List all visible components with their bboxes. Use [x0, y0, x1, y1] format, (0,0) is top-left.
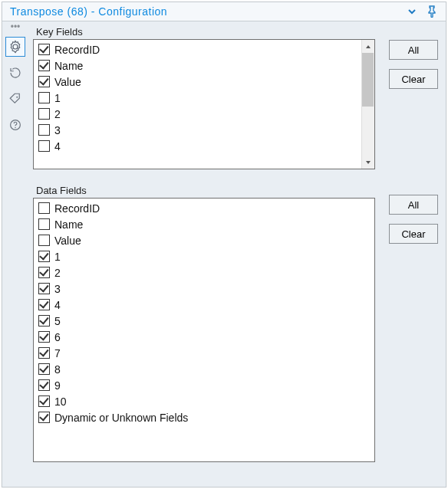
datafields-item-label: 10: [54, 395, 67, 408]
scroll-down-icon[interactable]: [362, 156, 374, 169]
titlebar-actions: [406, 5, 438, 18]
keyfields-checkbox[interactable]: [38, 92, 50, 103]
panel-title: Transpose (68) - Configuration: [10, 5, 167, 18]
datafields-row[interactable]: 8: [35, 361, 373, 377]
datafields-item-label: 2: [54, 267, 61, 279]
datafields-row[interactable]: 6: [35, 329, 373, 345]
datafields-row[interactable]: 9: [35, 377, 373, 393]
left-rail: •••: [2, 21, 28, 484]
keyfields-all-button[interactable]: All: [389, 40, 438, 60]
svg-point-0: [16, 97, 18, 98]
datafields-checkbox[interactable]: [38, 267, 50, 278]
datafields-item-label: 1: [54, 251, 61, 263]
datafields-checkbox[interactable]: [38, 331, 50, 343]
keyfields-checkbox[interactable]: [38, 108, 50, 120]
datafields-item-label: 6: [54, 331, 61, 343]
keyfields-row[interactable]: Value: [35, 74, 373, 90]
datafields-checkbox[interactable]: [38, 412, 50, 423]
keyfields-row[interactable]: 3: [35, 122, 373, 138]
more-dots-icon[interactable]: •••: [11, 25, 21, 31]
keyfields-checkbox[interactable]: [38, 140, 50, 152]
datafields-item-label: RecordID: [54, 202, 100, 215]
datafields-item-label: 5: [54, 315, 61, 327]
datafields-checkbox[interactable]: [38, 363, 50, 375]
datafields-row[interactable]: 10: [35, 393, 373, 409]
datafields-row[interactable]: Name: [35, 216, 373, 232]
keyfields-label: Key Fields: [36, 26, 375, 38]
tag-icon[interactable]: [5, 89, 25, 109]
keyfields-listbox[interactable]: RecordIDNameValue1234: [33, 39, 375, 169]
datafields-checkbox[interactable]: [38, 202, 50, 214]
keyfields-checkbox[interactable]: [38, 76, 50, 87]
datafields-checkbox[interactable]: [38, 395, 50, 407]
keyfields-row[interactable]: 4: [35, 138, 373, 154]
datafields-all-button[interactable]: All: [389, 195, 438, 215]
keyfields-row[interactable]: Name: [35, 57, 373, 74]
datafields-checkbox[interactable]: [38, 299, 50, 310]
datafields-item-label: Name: [54, 218, 83, 231]
pin-icon[interactable]: [426, 5, 438, 18]
buttons-column: All Clear All Clear: [383, 26, 443, 480]
svg-point-2: [15, 127, 16, 129]
keyfields-item-label: Value: [54, 76, 81, 88]
keyfields-item-label: RecordID: [54, 44, 100, 56]
panel-body: ••• Key Fields RecordIDNameValue1234: [2, 21, 446, 484]
datafields-row[interactable]: RecordID: [35, 200, 373, 216]
keyfields-item-label: 2: [54, 108, 61, 120]
datafields-checkbox[interactable]: [38, 315, 50, 327]
datafields-row[interactable]: 2: [35, 264, 373, 281]
datafields-checkbox[interactable]: [38, 347, 50, 359]
titlebar: Transpose (68) - Configuration: [2, 2, 446, 21]
keyfields-row[interactable]: RecordID: [35, 41, 373, 57]
gear-icon[interactable]: [5, 37, 25, 57]
keyfields-item-label: Name: [54, 60, 83, 72]
datafields-item-label: 4: [54, 299, 61, 311]
keyfields-row[interactable]: 2: [35, 106, 373, 122]
datafields-listbox[interactable]: RecordIDNameValue12345678910Dynamic or U…: [33, 198, 375, 462]
datafields-label: Data Fields: [36, 185, 375, 196]
keyfields-checkbox[interactable]: [38, 44, 50, 55]
datafields-row[interactable]: 5: [35, 313, 373, 329]
lists-column: Key Fields RecordIDNameValue1234 Dat: [33, 26, 375, 480]
refresh-icon[interactable]: [5, 63, 25, 83]
datafields-item-label: 8: [54, 363, 61, 376]
datafields-item-label: 7: [54, 347, 61, 359]
datafields-checkbox[interactable]: [38, 235, 50, 246]
datafields-row[interactable]: 1: [35, 248, 373, 264]
datafields-row[interactable]: 4: [35, 297, 373, 313]
keyfields-row[interactable]: 1: [35, 90, 373, 106]
main-area: Key Fields RecordIDNameValue1234 Dat: [28, 21, 446, 484]
scroll-up-icon[interactable]: [362, 40, 374, 53]
datafields-checkbox[interactable]: [38, 251, 50, 262]
keyfields-item-label: 1: [54, 92, 61, 104]
datafields-item-label: 3: [54, 283, 61, 295]
keyfields-checkbox[interactable]: [38, 60, 50, 71]
datafields-item-label: 9: [54, 379, 61, 392]
config-panel: Transpose (68) - Configuration •••: [2, 2, 446, 487]
datafields-clear-button[interactable]: Clear: [389, 224, 438, 244]
help-icon[interactable]: [5, 115, 25, 135]
datafields-checkbox[interactable]: [38, 283, 50, 294]
keyfields-scrollbar[interactable]: [361, 40, 374, 169]
datafields-checkbox[interactable]: [38, 218, 50, 230]
datafields-row[interactable]: 7: [35, 345, 373, 361]
datafields-row[interactable]: 3: [35, 281, 373, 297]
scroll-thumb[interactable]: [362, 53, 374, 107]
datafields-checkbox[interactable]: [38, 379, 50, 391]
datafields-item-label: Dynamic or Unknown Fields: [54, 412, 188, 424]
datafields-row[interactable]: Dynamic or Unknown Fields: [35, 409, 373, 425]
collapse-chevron-icon[interactable]: [406, 5, 418, 18]
datafields-row[interactable]: Value: [35, 232, 373, 248]
keyfields-item-label: 3: [54, 124, 61, 136]
keyfields-item-label: 4: [54, 140, 61, 153]
keyfields-clear-button[interactable]: Clear: [389, 69, 438, 89]
keyfields-checkbox[interactable]: [38, 124, 50, 136]
datafields-item-label: Value: [54, 235, 81, 247]
